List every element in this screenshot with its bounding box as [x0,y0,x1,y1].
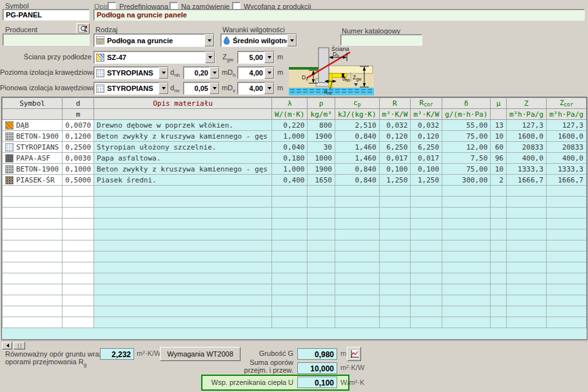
cell-value[interactable]: 75,00 [442,131,491,142]
cell-value[interactable]: 1,000 [272,164,308,175]
cell-symbol[interactable]: BETON-1900 [3,164,63,175]
dropdown-arrow-icon[interactable] [264,52,274,63]
cell-value[interactable]: 30 [308,142,335,153]
cell-description[interactable]: Beton zwykły z kruszywa kamiennego - gęs [94,164,272,175]
scroll-left-button[interactable] [2,342,12,349]
cell-thickness[interactable]: 0,0030 [63,153,94,164]
cell-symbol[interactable]: BETON-1900 [3,131,63,142]
table-row[interactable]: STYROPIANS0,2500Styropian ułożony szczel… [3,142,587,153]
pozioma-select[interactable]: STYROPIANS [93,66,169,79]
table-horizontal-scrollbar[interactable] [1,340,587,349]
cell-value[interactable]: 7,50 [442,153,491,164]
cell-description[interactable]: Drewno dębowe w poprzek włókien. [94,120,272,131]
cell-value[interactable]: 0,032 [411,120,442,131]
cell-value[interactable]: 1333,3 [546,164,586,175]
producer-search-button[interactable] [76,23,90,34]
cell-value[interactable]: 1650 [308,175,335,186]
dropdown-arrow-icon[interactable] [204,34,214,46]
cell-symbol[interactable]: PIASEK-ŚR [3,175,63,186]
cell-value[interactable]: 0,840 [335,175,379,186]
cell-value[interactable]: 1,250 [411,175,442,186]
dropdown-arrow-icon[interactable] [205,52,215,63]
cell-value[interactable]: 6,250 [379,142,411,153]
cell-value[interactable]: 1600,0 [506,131,546,142]
cell-value[interactable]: 0,100 [379,164,411,175]
dnv-input[interactable]: 0,05 [183,82,220,95]
cell-value[interactable]: 13 [491,120,507,131]
warunki-select[interactable]: Średnio wilgotne [220,34,297,47]
cell-description[interactable]: Styropian ułożony szczelnie. [94,142,272,153]
symbol-input[interactable]: PG-PANEL [3,9,90,21]
cell-thickness[interactable]: 0,2500 [63,142,94,153]
cell-value[interactable]: 1,250 [379,175,411,186]
cell-value[interactable]: 0,040 [272,142,308,153]
dropdown-arrow-icon[interactable] [159,67,168,79]
pionowa-select[interactable]: STYROPIANS [93,82,169,95]
zgw-input[interactable]: 5,00 [237,51,275,64]
cell-value[interactable]: 1,000 [272,131,308,142]
table-row[interactable]: PAPA-ASF0,0030Papa asfaltowa.0,18010001,… [3,153,587,164]
cell-value[interactable]: 0,840 [335,164,379,175]
dv-input[interactable]: 4,00 [237,82,275,95]
cell-value[interactable]: 1,460 [335,142,379,153]
dropdown-arrow-icon[interactable] [264,83,274,94]
cell-value[interactable]: 20833 [546,142,586,153]
cell-value[interactable]: 1600,0 [546,131,586,142]
cell-value[interactable]: 1666,7 [506,175,546,186]
table-row[interactable]: DĄB0,0070Drewno dębowe w poprzek włókien… [3,120,587,131]
cell-description[interactable]: Piasek średni. [94,175,272,186]
cell-value[interactable]: 0,220 [272,120,308,131]
cell-value[interactable]: 0,017 [411,153,442,164]
cell-value[interactable]: 300,00 [442,175,491,186]
cell-thickness[interactable]: 0,5000 [63,175,94,186]
cell-value[interactable]: 0,120 [379,131,411,142]
cell-thickness[interactable]: 0,1200 [63,131,94,142]
table-row[interactable]: BETON-19000,1000Beton zwykły z kruszywa … [3,164,587,175]
dropdown-arrow-icon[interactable] [264,67,274,79]
cell-value[interactable]: 0,100 [411,164,442,175]
cell-value[interactable]: 1333,3 [506,164,546,175]
dh-input[interactable]: 4,00 [237,66,275,79]
cell-symbol[interactable]: PAPA-ASF [3,153,63,164]
cell-value[interactable]: 55,00 [442,120,491,131]
cell-value[interactable]: 0,017 [379,153,411,164]
cell-thickness[interactable]: 0,0070 [63,120,94,131]
rodzaj-select[interactable]: Podłoga na gruncie [93,34,215,47]
cell-value[interactable]: 2 [491,175,507,186]
table-row[interactable]: BETON-19000,1200Beton zwykły z kruszywa … [3,131,587,142]
cell-description[interactable]: Papa asfaltowa. [94,153,272,164]
cell-symbol[interactable]: DĄB [3,120,63,131]
cell-value[interactable]: 800 [308,120,335,131]
cell-value[interactable]: 400,0 [506,153,546,164]
cell-value[interactable]: 96 [491,153,507,164]
cell-value[interactable]: 10 [491,131,507,142]
dnh-input[interactable]: 0,20 [183,66,220,79]
cell-value[interactable]: 2,510 [335,120,379,131]
cell-value[interactable]: 0,120 [411,131,442,142]
cell-value[interactable]: 1,460 [335,153,379,164]
cell-value[interactable]: 0,032 [379,120,411,131]
cell-value[interactable]: 0,180 [272,153,308,164]
table-row[interactable]: PIASEK-ŚR0,5000Piasek średni.0,40016500,… [3,175,587,186]
cell-value[interactable]: 0,400 [272,175,308,186]
cell-value[interactable]: 10 [491,164,507,175]
dropdown-arrow-icon[interactable] [210,83,219,94]
cell-value[interactable]: 1900 [308,131,335,142]
cell-value[interactable]: 12,00 [442,142,491,153]
cell-value[interactable]: 1900 [308,164,335,175]
cell-value[interactable]: 1666,7 [546,175,586,186]
cell-value[interactable]: 75,00 [442,164,491,175]
producent-input[interactable] [3,34,90,46]
cell-thickness[interactable]: 0,1000 [63,164,94,175]
cell-value[interactable]: 127,3 [546,120,586,131]
cell-description[interactable]: Beton zwykły z kruszywa kamiennego - gęs [94,131,272,142]
chart-button[interactable] [347,347,361,361]
cell-value[interactable]: 127,3 [506,120,546,131]
cell-value[interactable]: 6,250 [411,142,442,153]
cell-value[interactable]: 20833 [506,142,546,153]
description-input[interactable]: Podłoga na gruncie panele [93,9,585,21]
cell-symbol[interactable]: STYROPIANS [3,142,63,153]
cell-value[interactable]: 0,840 [335,131,379,142]
sciana-select[interactable]: SZ-47 [93,51,215,64]
cell-value[interactable]: 60 [491,142,507,153]
